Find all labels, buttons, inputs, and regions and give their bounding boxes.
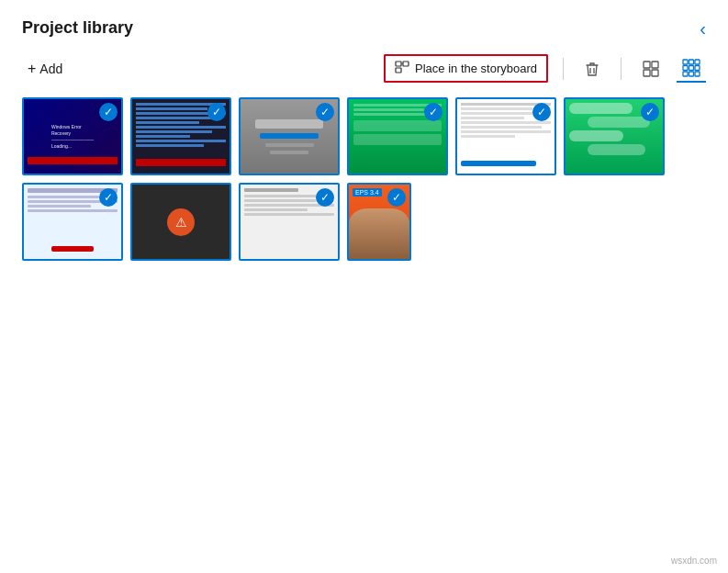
thumbnails-grid: Windows ErrorRecovery─────────────Loadin… (22, 97, 706, 261)
svg-rect-18 (695, 72, 700, 76)
thumbnail-6[interactable]: ✓ (564, 97, 665, 175)
svg-rect-14 (689, 65, 694, 70)
thumb-10-face (349, 208, 409, 259)
add-button[interactable]: + Add (22, 57, 68, 81)
close-button[interactable]: ‹ (700, 19, 706, 38)
thumbnail-2[interactable]: ✓ (130, 97, 231, 175)
add-label: Add (39, 62, 62, 76)
thumbnail-3[interactable]: ✓ (239, 97, 340, 175)
svg-rect-6 (644, 62, 650, 68)
thumb-7-bar (51, 246, 94, 252)
svg-rect-11 (689, 60, 694, 64)
svg-rect-12 (695, 60, 700, 64)
thumb-1-checkmark: ✓ (99, 103, 118, 121)
thumb-7-checkmark: ✓ (99, 188, 118, 207)
plus-icon: + (28, 61, 36, 77)
page-title: Project library (22, 18, 133, 38)
thumbnail-4[interactable]: ✓ (347, 97, 448, 175)
thumb-4-checkmark: ✓ (424, 103, 442, 121)
thumbnail-8[interactable]: ⚠ (130, 183, 231, 261)
svg-rect-8 (644, 70, 650, 76)
page-container: Project library ‹ + Add Place in the sto… (0, 0, 728, 573)
thumbnail-9[interactable]: ✓ (239, 183, 340, 261)
thumb-5-bar (461, 161, 536, 166)
grid-large-button[interactable] (636, 56, 666, 82)
thumb-6-checkmark: ✓ (641, 103, 659, 121)
svg-rect-15 (695, 65, 700, 70)
thumbnail-10[interactable]: EPS 3.4 ✓ (347, 183, 411, 261)
thumb-5-checkmark: ✓ (532, 103, 551, 121)
toolbar: + Add Place in the storyboard (22, 54, 706, 83)
header: Project library ‹ (22, 18, 706, 38)
place-storyboard-label: Place in the storyboard (415, 62, 537, 75)
thumb-8-logo: ⚠ (167, 208, 195, 236)
svg-rect-7 (652, 62, 658, 68)
svg-rect-9 (652, 70, 658, 76)
thumb-3-bar (260, 133, 319, 139)
thumb-9-checkmark: ✓ (316, 188, 334, 207)
thumb-1-text: Windows ErrorRecovery─────────────Loadin… (48, 120, 97, 153)
svg-rect-0 (396, 62, 401, 66)
grid-small-button[interactable] (677, 55, 706, 83)
delete-button[interactable] (578, 57, 606, 81)
thumb-2-bar (136, 159, 226, 166)
thumb-3-checkmark: ✓ (316, 103, 334, 121)
svg-rect-16 (683, 72, 688, 76)
thumb-10-badge: EPS 3.4 (353, 188, 382, 197)
thumb-2-checkmark: ✓ (207, 103, 226, 121)
svg-rect-17 (689, 72, 694, 76)
toolbar-divider (563, 58, 564, 80)
thumbnail-1[interactable]: Windows ErrorRecovery─────────────Loadin… (22, 97, 123, 175)
svg-rect-2 (396, 68, 401, 73)
toolbar-divider-2 (621, 58, 622, 80)
place-storyboard-button[interactable]: Place in the storyboard (384, 54, 548, 83)
thumbnail-5[interactable]: ✓ (455, 97, 556, 175)
svg-rect-1 (403, 62, 409, 66)
place-storyboard-icon (395, 61, 409, 76)
thumbnail-7[interactable]: ✓ (22, 183, 123, 261)
watermark: wsxdn.com (671, 556, 717, 566)
svg-rect-13 (683, 65, 688, 70)
thumb-10-checkmark: ✓ (387, 188, 406, 207)
svg-rect-10 (683, 60, 688, 64)
thumb-1-bar (28, 157, 118, 164)
